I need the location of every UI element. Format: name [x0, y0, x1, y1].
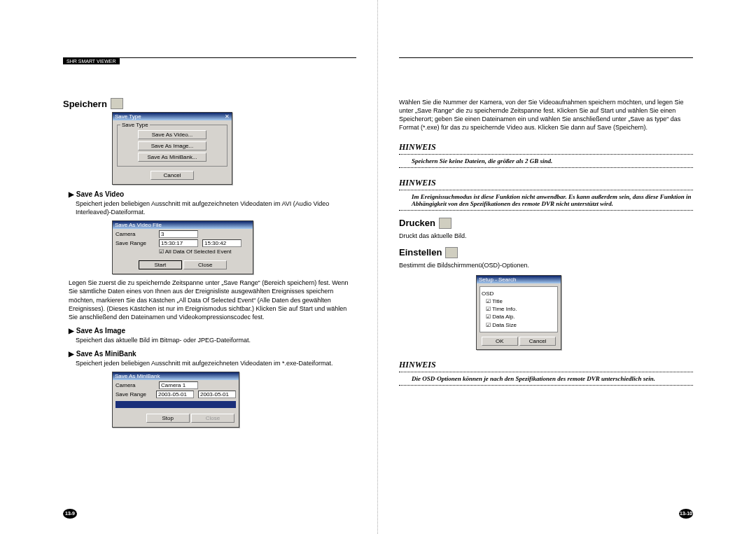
hinweis-2-title: HINWEIS — [399, 178, 693, 188]
close-button[interactable]: Close — [183, 260, 227, 269]
all-data-checkbox[interactable]: All Data Of Selected Event — [159, 248, 232, 255]
close-button[interactable]: Close — [191, 414, 234, 423]
hinweis-3-body: Die OSD-Optionen können je nach den Spez… — [399, 374, 693, 384]
page-spread: SHR SMART VIEWER Speichern Save Type ✕ S… — [0, 0, 756, 534]
hinweis-2-body: Im Ereignissuchmodus ist diese Funktion … — [399, 192, 693, 209]
einstellen-body: Bestimmt die Bildschirmmenü(OSD)-Optione… — [399, 261, 693, 269]
save-as-image-head: ▶ Save As Image — [69, 327, 356, 335]
hinweis-1-title: HINWEIS — [399, 142, 693, 153]
save-video-file-dialog: Save As Video File Camera 3 Save Range 1… — [112, 220, 253, 274]
printer-icon — [439, 218, 451, 229]
dialog-title: Save As Video File — [115, 222, 162, 228]
drucken-body: Druckt das aktuelle Bild. — [399, 232, 693, 240]
hinweis-1-body: Speichern Sie keine Dateien, die größer … — [399, 156, 693, 166]
save-minibank-dialog: Save As MiniBank Camera Camera 1 Save Ra… — [112, 372, 239, 428]
section-drucken: Drucken — [399, 218, 693, 229]
close-icon[interactable]: ✕ — [225, 113, 230, 120]
dotted-divider — [399, 385, 693, 386]
osd-time-info-checkbox[interactable]: Time Info. — [486, 305, 554, 313]
group-label: OSD — [482, 290, 554, 297]
dotted-divider — [399, 190, 693, 190]
gear-icon — [445, 247, 458, 258]
section-einstellen: Einstellen — [399, 247, 693, 258]
camera-label: Camera — [115, 382, 155, 388]
save-as-minibank-button[interactable]: Save As MiniBank... — [138, 153, 206, 162]
save-as-video-head: ▶ Save As Video — [69, 190, 356, 198]
camera-row: Camera 3 — [115, 230, 250, 238]
dialog-titlebar: Save Type ✕ — [113, 113, 232, 120]
save-type-group: Save Type Save As Video... Save As Image… — [117, 125, 227, 167]
dotted-divider — [399, 154, 693, 155]
setup-search-dialog: Setup - Search OSD Title Time Info. Data… — [476, 275, 561, 350]
dotted-divider — [399, 167, 693, 168]
hinweis-3-title: HINWEIS — [399, 360, 693, 370]
right-content: Wählen Sie die Nummer der Kamera, von de… — [399, 98, 693, 386]
save-video-paragraph: Legen Sie zuerst die zu speichernde Zeit… — [69, 279, 356, 321]
osd-data-size-checkbox[interactable]: Data Size — [486, 321, 554, 329]
dialog-title: Save Type — [115, 113, 141, 120]
left-content: Speichern Save Type ✕ Save Type Save As … — [63, 98, 356, 428]
floppy-icon — [111, 98, 123, 109]
header-rule: SHR SMART VIEWER — [63, 57, 356, 64]
range-label: Save Range — [115, 240, 155, 246]
intro-paragraph: Wählen Sie die Nummer der Kamera, von de… — [399, 98, 693, 132]
osd-title-checkbox[interactable]: Title — [486, 297, 554, 305]
save-as-minibank-head: ▶ Save As MiniBank — [69, 350, 356, 358]
progress-bar — [115, 401, 236, 408]
save-as-video-body: Speichert jeden beliebigen Ausschnitt mi… — [76, 199, 356, 216]
range-label: Save Range — [115, 391, 152, 398]
header-label: SHR SMART VIEWER — [63, 58, 120, 64]
camera-label: Camera — [115, 231, 155, 237]
ok-button[interactable]: OK — [482, 337, 518, 346]
save-as-video-button[interactable]: Save As Video... — [138, 130, 206, 139]
camera-select[interactable]: Camera 1 — [159, 381, 198, 389]
start-button[interactable]: Start — [139, 260, 182, 269]
range-from[interactable]: 15:30:17 — [159, 239, 198, 247]
left-page: SHR SMART VIEWER Speichern Save Type ✕ S… — [0, 0, 378, 534]
stop-button[interactable]: Stop — [146, 414, 190, 423]
osd-options-list: OSD Title Time Info. Data Alp. Data Size — [479, 286, 558, 332]
save-type-dialog: Save Type ✕ Save Type Save As Video... S… — [112, 112, 232, 185]
range-to[interactable]: 15:30:42 — [202, 239, 241, 247]
section-title: Einstellen — [399, 247, 442, 258]
cancel-button[interactable]: Cancel — [519, 337, 556, 346]
right-page: Wählen Sie die Nummer der Kamera, von de… — [378, 0, 756, 534]
dialog-titlebar: Save As MiniBank — [113, 372, 239, 380]
save-as-image-body: Speichert das aktuelle Bild im Bitmap- o… — [76, 336, 356, 344]
save-as-minibank-body: Speichert jeden beliebigen Ausschnitt mi… — [76, 359, 356, 367]
section-title: Drucken — [399, 218, 435, 228]
group-label: Save Type — [120, 122, 150, 128]
osd-data-alp-checkbox[interactable]: Data Alp. — [486, 313, 554, 321]
range-from[interactable]: 2003-05-01 — [156, 391, 194, 398]
range-row: Save Range 15:30:17 15:30:42 — [115, 239, 250, 247]
dialog-titlebar: Setup - Search — [477, 276, 561, 283]
checkbox-row: All Data Of Selected Event — [156, 248, 250, 255]
range-to[interactable]: 2003-05-01 — [198, 391, 236, 398]
page-number-left: 13-9 — [63, 509, 77, 519]
cancel-button[interactable]: Cancel — [150, 171, 194, 180]
dialog-title: Setup - Search — [479, 276, 516, 283]
page-number-right: 13-10 — [679, 509, 693, 519]
section-title: Speichern — [63, 99, 107, 109]
dotted-divider — [399, 372, 693, 372]
dialog-titlebar: Save As Video File — [113, 221, 253, 229]
dialog-title: Save As MiniBank — [115, 373, 160, 379]
section-speichern: Speichern — [63, 98, 356, 109]
camera-row: Camera Camera 1 — [115, 381, 236, 389]
header-rule — [399, 57, 693, 58]
save-as-image-button[interactable]: Save As Image... — [138, 141, 206, 150]
range-row: Save Range 2003-05-01 2003-05-01 — [115, 391, 236, 398]
camera-select[interactable]: 3 — [159, 230, 198, 238]
dotted-divider — [399, 210, 693, 211]
